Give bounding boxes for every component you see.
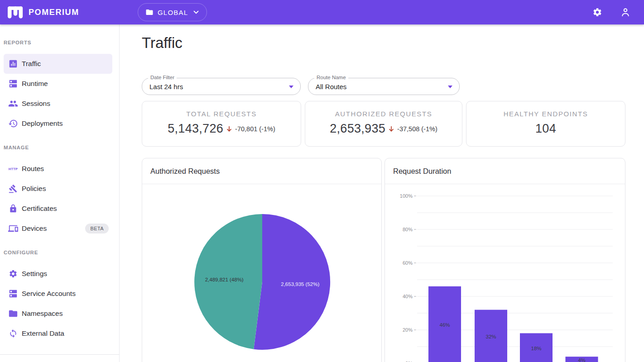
gavel-icon [8, 183, 19, 194]
sidebar-item-routes[interactable]: HTTP Routes [4, 159, 112, 179]
brand-name: POMERIUM [29, 8, 79, 17]
stat-label: TOTAL REQUESTS [186, 110, 256, 118]
sidebar-item-devices[interactable]: Devices BETA [4, 219, 112, 238]
route-name-label: Route Name [314, 75, 348, 80]
date-filter-value: Last 24 hrs [149, 83, 183, 90]
sidebar-item-label: External Data [22, 329, 64, 338]
stat-delta: -37,508 (-1%) [397, 125, 437, 133]
sidebar-item-deployments[interactable]: Deployments [4, 114, 112, 133]
request-duration-chart-card: Request Duration 100%80%60%40%20%0%46%32… [384, 158, 625, 362]
sidebar-item-label: Runtime [22, 80, 48, 88]
gear-icon [592, 7, 602, 17]
svg-text:4%: 4% [578, 357, 586, 362]
sidebar-item-service-accounts[interactable]: Service Accounts [4, 284, 112, 304]
sidebar-item-runtime[interactable]: Runtime [4, 74, 112, 94]
section-reports: REPORTS [4, 40, 31, 45]
folder-icon [8, 308, 19, 319]
topbar: POMERIUM GLOBAL [0, 0, 644, 24]
route-name-value: All Routes [316, 83, 346, 90]
gear-icon [8, 268, 19, 279]
trend-down-icon [226, 125, 233, 133]
sidebar-item-label: Policies [22, 185, 46, 193]
svg-text:2,653,935 (52%): 2,653,935 (52%) [281, 281, 319, 287]
pomerium-logo-icon [6, 5, 24, 20]
stat-label: HEALTHY ENDPOINTS [504, 110, 588, 118]
lock-icon [8, 203, 19, 214]
account-button[interactable] [618, 5, 633, 19]
authorized-requests-chart-card: Authorized Requests 2,653,935 (52%)2,489… [142, 158, 382, 362]
sidebar-item-namespaces[interactable]: Namespaces [4, 304, 112, 324]
stat-label: AUTHORIZED REQUESTS [335, 110, 433, 118]
svg-text:32%: 32% [485, 334, 496, 339]
svg-text:18%: 18% [531, 346, 541, 351]
sidebar-item-label: Devices [22, 224, 47, 233]
folder-icon [145, 8, 154, 16]
request-duration-bar-chart: 100%80%60%40%20%0%46%32%18%4% [385, 158, 625, 362]
sidebar-item-label: Routes [22, 165, 44, 173]
date-filter-label: Date Filter [148, 75, 177, 80]
stat-value: 5,143,726 [168, 122, 223, 136]
namespace-selector[interactable]: GLOBAL [138, 3, 207, 21]
authorized-requests-card: AUTHORIZED REQUESTS 2,653,935 -37,508 (-… [305, 101, 462, 147]
section-configure: CONFIGURE [4, 250, 38, 255]
sidebar-item-sessions[interactable]: Sessions [4, 94, 112, 114]
healthy-endpoints-card: HEALTHY ENDPOINTS 104 [466, 101, 625, 147]
svg-text:100%: 100% [400, 193, 413, 199]
sync-icon [8, 328, 19, 339]
sidebar: REPORTS Traffic Runtime Sessions Deploym… [0, 24, 120, 362]
person-icon [620, 7, 631, 18]
total-requests-card: TOTAL REQUESTS 5,143,726 -70,801 (-1%) [142, 101, 301, 147]
sidebar-item-label: Deployments [22, 119, 62, 128]
sidebar-item-policies[interactable]: Policies [4, 179, 112, 199]
sidebar-item-settings[interactable]: Settings [4, 264, 112, 284]
route-name-select[interactable]: Route Name All Routes [308, 78, 460, 95]
sidebar-item-label: Settings [22, 270, 47, 278]
server-icon [8, 288, 19, 299]
sidebar-item-label: Namespaces [22, 310, 62, 318]
svg-text:2,489,821 (48%): 2,489,821 (48%) [205, 277, 244, 282]
svg-text:46%: 46% [439, 322, 450, 328]
svg-text:20%: 20% [403, 327, 413, 333]
stat-value: 104 [535, 122, 556, 136]
history-icon [8, 118, 19, 129]
sidebar-item-certificates[interactable]: Certificates [4, 199, 112, 219]
chevron-down-icon [192, 8, 200, 16]
http-icon: HTTP [8, 163, 19, 174]
sidebar-divider [0, 354, 120, 355]
beta-badge: BETA [85, 224, 109, 233]
section-manage: MANAGE [4, 145, 29, 150]
sidebar-item-external-data[interactable]: External Data [4, 324, 112, 343]
dropdown-arrow-icon [289, 86, 293, 88]
stat-value: 2,653,935 [330, 122, 385, 136]
bar-chart-icon [8, 58, 19, 69]
settings-button[interactable] [590, 5, 605, 19]
sidebar-item-label: Certificates [22, 205, 57, 213]
sidebar-item-label: Sessions [22, 100, 50, 108]
stat-delta: -70,801 (-1%) [235, 125, 275, 133]
pomerium-logo: POMERIUM [6, 5, 79, 20]
people-icon [8, 98, 19, 109]
svg-text:80%: 80% [403, 227, 413, 232]
sidebar-item-traffic[interactable]: Traffic [4, 54, 112, 74]
pomerium-console: POMERIUM GLOBAL REPORTS [0, 0, 644, 362]
trend-down-icon [388, 125, 395, 133]
namespace-label: GLOBAL [158, 9, 188, 16]
sidebar-item-label: Service Accounts [22, 290, 76, 298]
devices-icon [8, 223, 19, 234]
date-filter-select[interactable]: Date Filter Last 24 hrs [142, 78, 301, 95]
page-title: Traffic [142, 34, 183, 52]
svg-text:40%: 40% [403, 294, 413, 299]
sidebar-item-label: Traffic [22, 60, 41, 68]
authorized-requests-pie-chart: 2,653,935 (52%)2,489,821 (48%) [142, 158, 382, 362]
server-icon [8, 78, 19, 89]
svg-text:60%: 60% [403, 260, 413, 266]
dropdown-arrow-icon [448, 86, 452, 88]
